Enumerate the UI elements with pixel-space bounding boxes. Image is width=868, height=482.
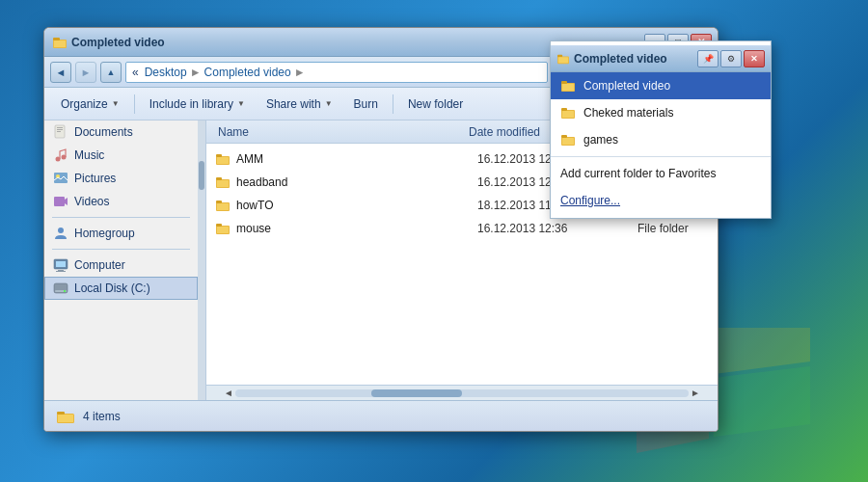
window-title: Completed video [71, 36, 165, 49]
scroll-left-btn[interactable]: ◄ [222, 388, 235, 398]
svg-rect-27 [216, 201, 222, 203]
pictures-icon [53, 171, 68, 186]
path-desktop[interactable]: Desktop [145, 66, 187, 79]
library-arrow: ▼ [237, 99, 245, 108]
nav-item-videos[interactable]: Videos [44, 190, 198, 213]
nav-scrollbar[interactable] [198, 120, 205, 400]
nav-scroll-thumb[interactable] [199, 161, 204, 190]
dropdown-item-cheked-materials[interactable]: Cheked materials [551, 99, 771, 126]
window-icon [52, 35, 68, 50]
svg-rect-4 [57, 127, 63, 128]
dropdown-pin-button[interactable]: 📌 [697, 50, 719, 67]
dropdown-close-button[interactable]: ✕ [744, 50, 765, 67]
share-arrow: ▼ [325, 99, 333, 108]
svg-rect-39 [561, 81, 567, 84]
svg-rect-24 [216, 177, 222, 180]
favorites-dropdown: Completed video 📌 ⚙ ✕ Completed video Ch… [550, 40, 772, 219]
svg-rect-43 [562, 111, 574, 118]
svg-rect-37 [558, 57, 568, 63]
svg-rect-33 [57, 412, 65, 415]
dropdown-title: Completed video [556, 52, 667, 66]
dropdown-item-completed-video[interactable]: Completed video [551, 72, 771, 99]
videos-icon [53, 194, 68, 209]
folder-icon [215, 151, 231, 167]
file-date-mouse: 16.12.2013 12:36 [477, 222, 632, 235]
address-path[interactable]: « Desktop ► Completed video ► [125, 62, 548, 83]
scroll-thumb[interactable] [371, 389, 462, 397]
horizontal-scrollbar[interactable]: ◄ ► [206, 385, 718, 400]
back-button[interactable]: ◄ [50, 62, 71, 83]
svg-rect-1 [53, 38, 60, 40]
svg-rect-25 [217, 180, 229, 187]
computer-icon [53, 257, 68, 273]
svg-rect-22 [217, 157, 229, 164]
svg-point-19 [64, 290, 66, 292]
organize-arrow: ▼ [112, 99, 120, 108]
nav-item-computer[interactable]: Computer [44, 254, 198, 277]
col-header-name[interactable]: Name [214, 125, 465, 139]
nav-section-libraries: Documents Music [44, 120, 198, 213]
dropdown-folder-icon [556, 53, 570, 65]
svg-rect-42 [561, 108, 567, 111]
dropdown-title-bar: Completed video 📌 ⚙ ✕ [551, 45, 771, 72]
svg-rect-28 [217, 203, 229, 210]
file-name-headband: headband [236, 175, 472, 189]
burn-button[interactable]: Burn [345, 93, 387, 116]
scroll-track[interactable] [235, 389, 689, 397]
svg-rect-40 [562, 84, 574, 91]
homegroup-icon [53, 226, 68, 241]
nav-item-documents[interactable]: Documents [44, 120, 198, 144]
nav-item-pictures[interactable]: Pictures [44, 167, 198, 190]
up-button[interactable]: ▲ [100, 62, 122, 83]
title-bar-left: Completed video [52, 35, 165, 50]
organize-button[interactable]: Organize ▼ [52, 93, 128, 116]
file-type-mouse: File folder [637, 222, 709, 235]
svg-rect-21 [216, 154, 222, 157]
table-row[interactable]: mouse 16.12.2013 12:36 File folder [206, 217, 718, 240]
dropdown-settings-button[interactable]: ⚙ [720, 50, 742, 67]
nav-item-homegroup[interactable]: Homegroup [44, 222, 198, 245]
dropdown-controls: 📌 ⚙ ✕ [697, 50, 765, 67]
nav-divider-1 [52, 217, 190, 218]
item-folder-icon [560, 106, 576, 120]
file-name-howto: howTO [236, 199, 472, 212]
scroll-right-btn[interactable]: ► [689, 388, 702, 398]
dropdown-separator [551, 156, 771, 157]
nav-item-localdisk[interactable]: Local Disk (C:) [44, 277, 198, 300]
include-library-button[interactable]: Include in library ▼ [141, 93, 254, 116]
file-name-mouse: mouse [236, 222, 472, 235]
status-bar: 4 items [44, 400, 718, 431]
svg-rect-14 [56, 261, 66, 267]
svg-rect-46 [562, 138, 574, 145]
status-count: 4 items [83, 410, 121, 423]
toolbar-sep-2 [393, 94, 393, 114]
localdisk-icon [53, 281, 68, 296]
documents-icon [53, 124, 68, 140]
svg-rect-6 [57, 131, 61, 132]
nav-item-music[interactable]: Music [44, 144, 198, 167]
file-name-amm: AMM [236, 152, 472, 166]
nav-divider-2 [52, 249, 190, 250]
svg-rect-2 [54, 40, 66, 47]
svg-rect-34 [58, 415, 73, 422]
svg-rect-31 [217, 227, 229, 233]
share-with-button[interactable]: Share with ▼ [258, 93, 341, 116]
path-current[interactable]: Completed video [204, 66, 291, 79]
item-folder-icon [560, 133, 576, 147]
svg-rect-5 [57, 129, 63, 130]
dropdown-item-games[interactable]: games [551, 126, 771, 153]
status-folder-icon [56, 407, 75, 426]
configure-link[interactable]: Configure... [551, 187, 771, 214]
folder-icon [215, 198, 231, 213]
forward-button[interactable]: ► [75, 62, 96, 83]
svg-rect-36 [557, 54, 562, 57]
folder-icon [215, 174, 231, 190]
item-folder-icon [560, 79, 576, 93]
svg-rect-45 [561, 135, 567, 138]
folder-icon [215, 221, 231, 236]
new-folder-button[interactable]: New folder [399, 93, 472, 116]
svg-rect-16 [56, 271, 66, 272]
music-icon [53, 147, 68, 163]
svg-rect-30 [216, 224, 222, 227]
add-favorites-link[interactable]: Add current folder to Favorites [551, 160, 771, 187]
